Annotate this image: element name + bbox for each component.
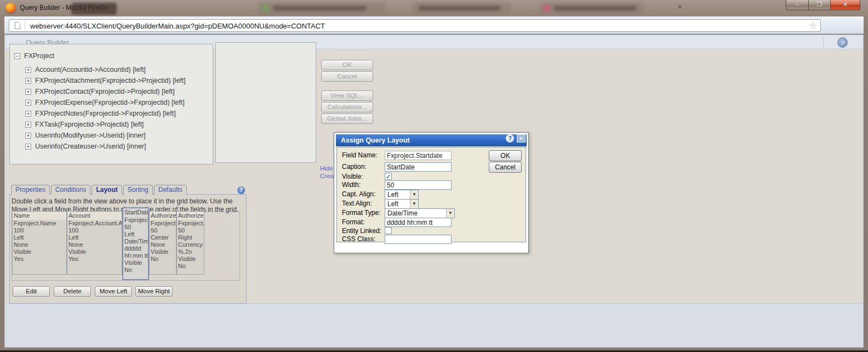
tree-node[interactable]: +FXProjectContact(Fxprojectid->Projectid… <box>25 86 186 97</box>
grid-column-line: None <box>67 241 122 248</box>
grid-column-header: Name <box>13 212 66 220</box>
tree-node-label: Userinfo(Modifyuser->Userid) [inner] <box>35 132 146 139</box>
field-name-input[interactable] <box>385 151 452 160</box>
tree-node[interactable]: +Account(Accountid->Accountid) [left] <box>25 64 186 75</box>
dialog-close-icon[interactable]: ✕ <box>517 134 526 143</box>
tree-node[interactable]: +Userinfo(Modifyuser->Userid) [inner] <box>25 130 186 141</box>
cancel-button[interactable]: Cancel <box>321 71 373 82</box>
grid-column-line: Yes <box>67 256 122 263</box>
expand-icon[interactable]: + <box>25 144 31 150</box>
grid-column[interactable]: StartDateFxproject.50LeftDate/Timedddddh… <box>122 207 149 280</box>
move-right-button[interactable]: Move Right <box>135 286 173 297</box>
grid-column[interactable]: AccountFxproject.Account.A100LeftNoneVis… <box>67 211 122 275</box>
tree-node-label: Userinfo(Createuser->Userid) [inner] <box>35 143 146 150</box>
tab-close-icon[interactable]: ✕ <box>677 3 682 10</box>
format-input[interactable] <box>385 218 452 227</box>
grid-column-line: 100 <box>13 227 66 234</box>
header-action-icon[interactable]: ↗ <box>837 37 848 48</box>
css-class-input[interactable] <box>385 235 452 244</box>
dialog-help-icon[interactable]: ? <box>506 134 514 143</box>
text-align-select[interactable]: Left ▼ <box>385 199 419 209</box>
expand-icon[interactable]: + <box>25 78 31 84</box>
maximize-button[interactable]: ❐ <box>809 0 831 10</box>
dialog-cancel-button[interactable]: Cancel <box>489 162 522 173</box>
tree-root-node[interactable]: − FXProject <box>14 52 54 60</box>
dialog-ok-button[interactable]: OK <box>489 150 522 161</box>
navigation-bar: webserver:4440/SLXClient/QueryBuilderMai… <box>4 16 864 34</box>
tree-node[interactable]: +Userinfo(Createuser->Userid) [inner] <box>25 141 186 152</box>
grid-column-line: Fxproject. <box>123 217 148 224</box>
grid-column[interactable]: AuthorizedFxproject.50RightCurrency%.2nV… <box>176 211 204 275</box>
tab-sorting[interactable]: Sorting <box>123 185 153 195</box>
minimize-button[interactable]: – <box>786 0 809 10</box>
grid-column-line: No <box>123 266 148 274</box>
expand-icon[interactable]: + <box>25 111 31 117</box>
url-text[interactable]: webserver:4440/SLXClient/QueryBuilderMai… <box>30 22 325 30</box>
expand-icon[interactable]: + <box>25 100 31 106</box>
tree-node-label: Account(Accountid->Accountid) [left] <box>35 66 146 73</box>
expand-icon[interactable]: + <box>25 89 31 95</box>
expand-icon[interactable]: + <box>25 122 31 128</box>
hide-create-link[interactable]: Hide Creat <box>320 164 335 180</box>
join-tree-children: +Account(Accountid->Accountid) [left]+FX… <box>25 64 186 152</box>
browser-tab[interactable] <box>412 2 511 14</box>
chevron-down-icon: ▼ <box>410 190 418 199</box>
grid-column-line: Right <box>177 234 204 241</box>
format-type-select[interactable]: Date/Time ▼ <box>385 208 455 218</box>
browser-tab[interactable] <box>259 2 386 14</box>
tab-conditions[interactable]: Conditions <box>51 185 91 195</box>
tab-defaults[interactable]: Defaults <box>154 185 187 195</box>
grid-column-line: 50 <box>150 227 176 234</box>
capt-align-label: Capt. Align: <box>342 190 375 198</box>
capt-align-select[interactable]: Left ▼ <box>385 190 419 200</box>
calculations-button[interactable]: Calculations... <box>321 102 373 112</box>
width-label: Width: <box>342 181 361 189</box>
grid-column[interactable]: NameFxproject.Name100LeftNoneVisibleYes <box>12 211 67 275</box>
edit-button[interactable]: Edit <box>13 286 50 297</box>
grid-column[interactable]: AuthorizedFxproject.50CenterNoneVisibleN… <box>149 211 176 275</box>
grid-column-line: Date/Time <box>123 238 148 245</box>
global-joins-button[interactable]: Global Joins... <box>321 113 373 124</box>
grid-column-line: Currency <box>177 241 204 248</box>
grid-column-header: Authorized <box>150 212 176 220</box>
move-left-button[interactable]: Move Left <box>95 286 132 297</box>
selected-fields-panel[interactable] <box>215 42 316 163</box>
close-button[interactable]: ✕ <box>831 0 860 10</box>
entity-linked-checkbox[interactable] <box>385 227 392 234</box>
tree-node[interactable]: +FXTask(Fxprojectid->Projectid) [left] <box>25 119 186 130</box>
grid-column-line: Visible <box>67 248 122 256</box>
grid-column-header: StartDate <box>123 208 148 217</box>
browser-window: Query Builder - Mozilla Firefox ✕ – ❐ ✕ … <box>0 0 868 352</box>
collapse-icon[interactable]: − <box>14 53 20 59</box>
firefox-icon <box>5 3 16 13</box>
delete-button[interactable]: Delete <box>54 286 91 297</box>
url-bar[interactable]: webserver:4440/SLXClient/QueryBuilderMai… <box>9 19 821 32</box>
browser-tab[interactable] <box>540 2 644 14</box>
expand-icon[interactable]: + <box>25 67 31 73</box>
tab-layout[interactable]: Layout <box>92 185 122 195</box>
tree-node[interactable]: +FXProjectNotes(Fxprojectid->Fxprojectid… <box>25 108 186 119</box>
grid-column-line: %.2n <box>177 248 204 256</box>
entity-linked-label: Entity Linked: <box>342 227 381 235</box>
tree-node[interactable]: +FXProjectAttachment(Fxprojectid->Projec… <box>25 75 186 86</box>
grid-column-line: 50 <box>177 227 204 234</box>
grid-column-line: Visible <box>13 248 66 256</box>
grid-column-line: Center <box>150 234 176 241</box>
css-class-label: CSS Class: <box>342 235 375 243</box>
grid-column-line: ddddd <box>123 245 148 252</box>
tab-properties[interactable]: Properties <box>11 185 50 195</box>
panel-help-icon[interactable]: ? <box>237 186 245 194</box>
tree-node[interactable]: +FXProjectExpense(Fxprojectid->Fxproject… <box>25 97 186 108</box>
tree-node-label: FXProjectAttachment(Fxprojectid->Project… <box>35 77 186 84</box>
view-sql-button[interactable]: View SQL... <box>321 90 373 101</box>
ok-button[interactable]: OK <box>321 60 373 70</box>
tab-strip: PropertiesConditionsLayoutSortingDefault… <box>11 185 188 195</box>
caption-input[interactable] <box>385 162 452 172</box>
site-identity-button[interactable] <box>11 21 25 30</box>
grid-column-header: Account <box>67 212 122 220</box>
bookmark-star-icon[interactable]: ☆ <box>809 20 817 31</box>
visible-label: Visible: <box>342 173 363 180</box>
visible-checkbox[interactable]: ✓ <box>385 173 392 180</box>
width-input[interactable] <box>385 180 452 190</box>
expand-icon[interactable]: + <box>25 133 31 139</box>
